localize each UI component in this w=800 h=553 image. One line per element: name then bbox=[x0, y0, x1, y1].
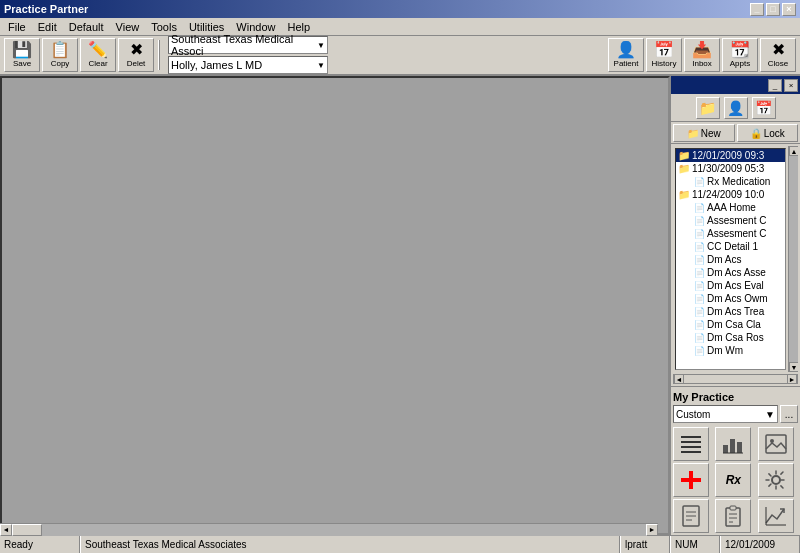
folder-icon: 📁 bbox=[678, 189, 690, 200]
document-tree[interactable]: 📁 12/01/2009 09:3 📁 11/30/2009 05:3 📄 Rx… bbox=[675, 148, 786, 370]
close-icon: ✖ bbox=[772, 42, 785, 58]
save-button[interactable]: 💾 Save bbox=[4, 38, 40, 72]
delete-icon: ✖ bbox=[130, 42, 143, 58]
close-window-button[interactable]: × bbox=[782, 3, 796, 16]
copy-button[interactable]: 📋 Copy bbox=[42, 38, 78, 72]
tree-item-9[interactable]: 📄 Dm Acs Asse bbox=[676, 266, 785, 279]
menu-edit[interactable]: Edit bbox=[32, 20, 63, 34]
action-rx2-button[interactable] bbox=[673, 499, 709, 533]
tree-item-8[interactable]: 📄 Dm Acs bbox=[676, 253, 785, 266]
rp-icon-bar: 📁 👤 📅 bbox=[671, 94, 800, 122]
tree-scroll-left-button[interactable]: ◄ bbox=[674, 374, 684, 384]
prescription-icon bbox=[679, 505, 703, 527]
tree-item-13[interactable]: 📄 Dm Csa Cla bbox=[676, 318, 785, 331]
tree-item-10[interactable]: 📄 Dm Acs Eval bbox=[676, 279, 785, 292]
scroll-left-button[interactable]: ◄ bbox=[0, 524, 12, 536]
tree-horizontal-scrollbar[interactable]: ◄ ► bbox=[673, 374, 798, 384]
menu-file[interactable]: File bbox=[2, 20, 32, 34]
patient-icon: 👤 bbox=[616, 42, 636, 58]
svg-rect-1 bbox=[681, 441, 701, 443]
status-date: 12/01/2009 bbox=[720, 536, 800, 553]
chart-icon bbox=[721, 433, 745, 455]
tree-item-7[interactable]: 📄 CC Detail 1 bbox=[676, 240, 785, 253]
new-record-button[interactable]: 📁 New bbox=[673, 124, 735, 142]
svg-rect-8 bbox=[766, 435, 786, 453]
svg-rect-2 bbox=[681, 446, 701, 448]
tree-item-1[interactable]: 📁 11/30/2009 05:3 bbox=[676, 162, 785, 175]
rp-minimize-button[interactable]: _ bbox=[768, 79, 782, 92]
list-icon-1 bbox=[679, 433, 703, 455]
action-add-button[interactable] bbox=[673, 463, 709, 497]
my-practice-section: My Practice Custom ▼ ... bbox=[671, 386, 800, 425]
inbox-button[interactable]: 📥 Inbox bbox=[684, 38, 720, 72]
tree-item-15[interactable]: 📄 Dm Wm bbox=[676, 344, 785, 357]
clear-icon: ✏️ bbox=[88, 42, 108, 58]
doc-icon: 📄 bbox=[694, 242, 705, 252]
svg-rect-3 bbox=[681, 451, 701, 453]
rp-calendar-button[interactable]: 📅 bbox=[752, 97, 776, 119]
provider-dropdown[interactable]: Southeast Texas Medical Associ ▼ bbox=[168, 36, 328, 54]
scroll-thumb-h[interactable] bbox=[12, 524, 42, 536]
patient-button[interactable]: 👤 Patient bbox=[608, 38, 644, 72]
action-gear-button[interactable] bbox=[758, 463, 794, 497]
maximize-button[interactable]: □ bbox=[766, 3, 780, 16]
action-clipboard-button[interactable] bbox=[715, 499, 751, 533]
scroll-track-h[interactable] bbox=[12, 524, 646, 536]
my-practice-dropdown[interactable]: Custom ▼ bbox=[673, 405, 778, 423]
tree-item-2[interactable]: 📄 Rx Medication bbox=[676, 175, 785, 188]
provider-value: Southeast Texas Medical Associ bbox=[171, 33, 317, 57]
action-chart-button[interactable] bbox=[715, 427, 751, 461]
clear-button[interactable]: ✏️ Clear bbox=[80, 38, 116, 72]
status-ready: Ready bbox=[0, 536, 80, 553]
tree-scroll-up-button[interactable]: ▲ bbox=[789, 146, 798, 156]
appts-button[interactable]: 📆 Appts bbox=[722, 38, 758, 72]
svg-rect-17 bbox=[726, 508, 740, 526]
tree-scroll-right-button[interactable]: ► bbox=[787, 374, 797, 384]
doc-icon: 📄 bbox=[694, 203, 705, 213]
menu-window[interactable]: Window bbox=[230, 20, 281, 34]
lock-button[interactable]: 🔒 Lock bbox=[737, 124, 799, 142]
menu-utilities[interactable]: Utilities bbox=[183, 20, 230, 34]
tree-item-14[interactable]: 📄 Dm Csa Ros bbox=[676, 331, 785, 344]
menu-help[interactable]: Help bbox=[281, 20, 316, 34]
delete-button[interactable]: ✖ Delet bbox=[118, 38, 154, 72]
main-layout: ◄ ► _ × 📁 👤 📅 📁 New 🔒 Lock bbox=[0, 76, 800, 535]
menu-default[interactable]: Default bbox=[63, 20, 110, 34]
rp-folder-button[interactable]: 📁 bbox=[696, 97, 720, 119]
history-button[interactable]: 📅 History bbox=[646, 38, 682, 72]
tree-scroll-track[interactable] bbox=[789, 156, 798, 362]
doctor-dropdown[interactable]: Holly, James L MD ▼ bbox=[168, 56, 328, 74]
svg-rect-6 bbox=[737, 442, 742, 453]
action-chart2-button[interactable] bbox=[758, 499, 794, 533]
copy-label: Copy bbox=[51, 59, 70, 68]
doc-icon: 📄 bbox=[694, 229, 705, 239]
tree-item-0[interactable]: 📁 12/01/2009 09:3 bbox=[676, 149, 785, 162]
scroll-right-button[interactable]: ► bbox=[646, 524, 658, 536]
tree-item-11[interactable]: 📄 Dm Acs Owm bbox=[676, 292, 785, 305]
trend-icon bbox=[764, 505, 788, 527]
action-list-button-1[interactable] bbox=[673, 427, 709, 461]
tree-vertical-scrollbar[interactable]: ▲ ▼ bbox=[788, 146, 798, 372]
tree-item-3[interactable]: 📁 11/24/2009 10:0 bbox=[676, 188, 785, 201]
rp-patient-button[interactable]: 👤 bbox=[724, 97, 748, 119]
tree-item-4[interactable]: 📄 AAA Home bbox=[676, 201, 785, 214]
new-folder-icon: 📁 bbox=[687, 128, 699, 139]
my-practice-dots-button[interactable]: ... bbox=[780, 405, 798, 423]
inbox-icon: 📥 bbox=[692, 42, 712, 58]
tree-item-5[interactable]: 📄 Assesment C bbox=[676, 214, 785, 227]
tree-item-12[interactable]: 📄 Dm Acs Trea bbox=[676, 305, 785, 318]
title-bar: Practice Partner _ □ × bbox=[0, 0, 800, 18]
rp-close-button[interactable]: × bbox=[784, 79, 798, 92]
menu-view[interactable]: View bbox=[110, 20, 146, 34]
tree-container: 📁 12/01/2009 09:3 📁 11/30/2009 05:3 📄 Rx… bbox=[673, 146, 798, 372]
close-button[interactable]: ✖ Close bbox=[760, 38, 796, 72]
tree-item-text: Dm Acs bbox=[707, 254, 741, 265]
action-rx-button[interactable]: Rx bbox=[715, 463, 751, 497]
minimize-button[interactable]: _ bbox=[750, 3, 764, 16]
tree-item-6[interactable]: 📄 Assesment C bbox=[676, 227, 785, 240]
action-image-button[interactable] bbox=[758, 427, 794, 461]
tree-scroll-down-button[interactable]: ▼ bbox=[789, 362, 798, 372]
provider-arrow-icon: ▼ bbox=[317, 41, 325, 50]
main-horizontal-scrollbar[interactable]: ◄ ► bbox=[0, 523, 658, 535]
menu-tools[interactable]: Tools bbox=[145, 20, 183, 34]
